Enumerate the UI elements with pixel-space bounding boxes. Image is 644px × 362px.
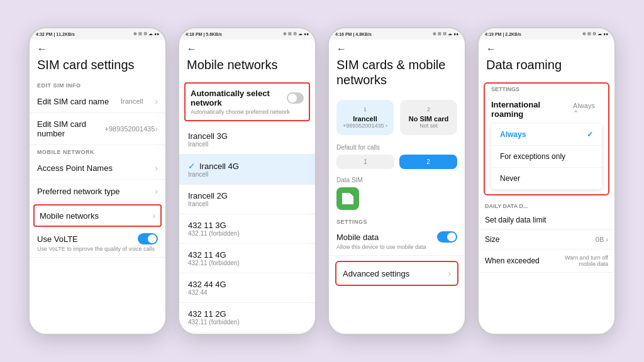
phone4-dropdown-menu: Always ✓ For exceptions only Never — [491, 124, 602, 189]
phone3-advanced-settings[interactable]: Advanced settings › — [335, 261, 458, 286]
phone3-status-bar: 4:16 PM | 4.8KB/s ⊕ ⊞ ⚙ ☁ ∎∎ — [329, 28, 465, 40]
phone4-when-exceeded-row[interactable]: When exceeded Warn and turn off mobile d… — [479, 250, 614, 273]
chevron-right-icon: › — [155, 96, 158, 106]
phone3-page-title: SIM cards & mobile networks — [329, 56, 465, 94]
phone2-auto-select[interactable]: Automatically select network Automatical… — [184, 82, 310, 121]
phone4-international-roaming-row[interactable]: International roaming Always ⌃ — [485, 94, 608, 123]
phone1-apn-item[interactable]: Access Point Names › — [30, 156, 165, 180]
phone4-dropdown-never[interactable]: Never — [491, 167, 602, 189]
phone1-page-title: SIM card settings — [30, 56, 165, 79]
phone1-edit-sim-label: EDIT SIM INFO — [30, 79, 165, 90]
phone2-back-button[interactable]: ← — [179, 40, 315, 56]
chevron-right-icon: › — [155, 186, 158, 196]
phone3-mobile-data-toggle[interactable] — [437, 231, 457, 243]
phones-container: 4:32 PM | 11.2KB/s ⊕ ⊞ ⚙ ☁ ∎∎ ← SIM card… — [16, 14, 628, 348]
phone4: 4:19 PM | 2.2KB/s ⊕ ⊞ ⚙ ☁ ∎∎ ← Data roam… — [477, 27, 616, 335]
phone1-edit-sim-name[interactable]: Edit SIM card name Irancell › — [30, 90, 165, 113]
phone3-status-left: 4:16 PM | 4.8KB/s — [335, 32, 372, 36]
check-icon: ✓ — [188, 161, 196, 171]
phone3-data-sim-icon — [336, 187, 359, 210]
phone2-network-43211-2g[interactable]: 432 11 2G 432.11 (forbidden) — [179, 303, 315, 332]
phone3-sim1[interactable]: 1 Irancell +989352001435 › — [336, 100, 394, 135]
phone2-page-title: Mobile networks — [179, 56, 315, 79]
phone4-status-right: ⊕ ⊞ ⚙ ☁ ∎∎ — [582, 31, 608, 36]
phone3-status-right: ⊕ ⊞ ⚙ ☁ ∎∎ — [433, 31, 458, 36]
phone2-network-43244-4g[interactable]: 432 44 4G 432.44 — [179, 273, 315, 303]
phone4-daily-data-label: DAILY DATA D... — [479, 199, 614, 211]
phone1-edit-sim-number[interactable]: Edit SIM card number +989352001435 › — [30, 113, 165, 145]
chevron-right-icon: › — [448, 268, 451, 278]
phone4-page-title: Data roaming — [479, 56, 614, 79]
phone4-status-bar: 4:19 PM | 2.2KB/s ⊕ ⊞ ⚙ ☁ ∎∎ — [479, 28, 614, 40]
phone3-data-sim-row — [329, 185, 465, 215]
phone3: 4:16 PM | 4.8KB/s ⊕ ⊞ ⚙ ☁ ∎∎ ← SIM cards… — [328, 27, 466, 335]
phone1-status-right: ⊕ ⊞ ⚙ ☁ ∎∎ — [133, 31, 159, 36]
phone3-back-button[interactable]: ← — [329, 40, 465, 56]
check-icon: ✓ — [587, 130, 593, 139]
phone4-settings-label: SETTINGS — [485, 84, 608, 94]
chevron-right-icon: › — [155, 124, 158, 134]
phone4-dropdown-exceptions[interactable]: For exceptions only — [491, 145, 602, 167]
phone3-sim2[interactable]: 2 No SIM card Not set — [400, 100, 457, 135]
phone4-back-button[interactable]: ← — [479, 40, 614, 56]
chevron-right-icon: › — [155, 163, 158, 173]
phone3-data-sim-label: Data SIM — [329, 174, 465, 185]
phone4-status-left: 4:19 PM | 2.2KB/s — [485, 32, 521, 36]
phone2-network-43220-3g[interactable]: 432 20 3G — [179, 332, 315, 335]
phone2-network-irancell2g[interactable]: Irancell 2G Irancell — [179, 185, 315, 214]
chevron-right-icon: › — [152, 211, 155, 221]
phone2: 4:18 PM | 5.6KB/s ⊕ ⊞ ⚙ ☁ ∎∎ ← Mobile ne… — [178, 27, 316, 335]
chevron-up-icon: ⌃ — [573, 109, 579, 117]
phone3-sim-cards-row: 1 Irancell +989352001435 › 2 No SIM card… — [329, 94, 465, 141]
phone2-status-bar: 4:18 PM | 5.6KB/s ⊕ ⊞ ⚙ ☁ ∎∎ — [179, 28, 315, 40]
phone4-settings-section: SETTINGS International roaming Always ⌃ … — [484, 82, 609, 195]
phone2-auto-select-toggle[interactable] — [287, 92, 304, 104]
phone4-dropdown-always[interactable]: Always ✓ — [491, 124, 602, 145]
phone3-call-sim2-btn[interactable]: 2 — [399, 155, 457, 169]
phone3-mobile-data: Mobile data Allow this device to use mob… — [329, 226, 465, 256]
phone3-call-sim1-btn[interactable]: 1 — [336, 155, 394, 169]
phone2-status-right: ⊕ ⊞ ⚙ ☁ ∎∎ — [283, 31, 309, 36]
phone1-mobile-network-label: MOBILE NETWORK — [30, 145, 165, 156]
phone2-status-left: 4:18 PM | 5.6KB/s — [186, 32, 222, 36]
phone3-default-calls-label: Default for calls — [329, 141, 465, 152]
phone1: 4:32 PM | 11.2KB/s ⊕ ⊞ ⚙ ☁ ∎∎ ← SIM card… — [28, 27, 167, 335]
phone3-call-sim-selector: 1 2 — [329, 152, 465, 174]
phone1-preferred-network[interactable]: Preferred network type › — [30, 180, 165, 203]
phone2-network-43211-4g[interactable]: 432 11 4G 432.11 (forbidden) — [179, 244, 315, 273]
phone2-network-irancell4g[interactable]: ✓ Irancell 4G Irancell — [179, 155, 315, 185]
phone4-set-daily-limit[interactable]: Set daily data limit — [479, 211, 614, 230]
phone2-network-irancell3g[interactable]: Irancell 3G Irancell — [179, 125, 315, 155]
phone1-back-button[interactable]: ← — [30, 40, 165, 56]
phone2-network-43211-3g[interactable]: 432 11 3G 432.11 (forbidden) — [179, 214, 315, 244]
phone3-settings-label: SETTINGS — [329, 215, 465, 226]
phone1-mobile-networks[interactable]: Mobile networks › — [33, 204, 162, 227]
phone1-status-left: 4:32 PM | 11.2KB/s — [36, 32, 75, 36]
phone4-size-row[interactable]: Size 0B › — [479, 230, 614, 250]
phone1-volte-toggle[interactable] — [138, 233, 158, 244]
phone1-volte-setting: Use VoLTE Use VoLTE to improve the quali… — [30, 228, 165, 258]
phone1-status-bar: 4:32 PM | 11.2KB/s ⊕ ⊞ ⚙ ☁ ∎∎ — [30, 28, 165, 40]
